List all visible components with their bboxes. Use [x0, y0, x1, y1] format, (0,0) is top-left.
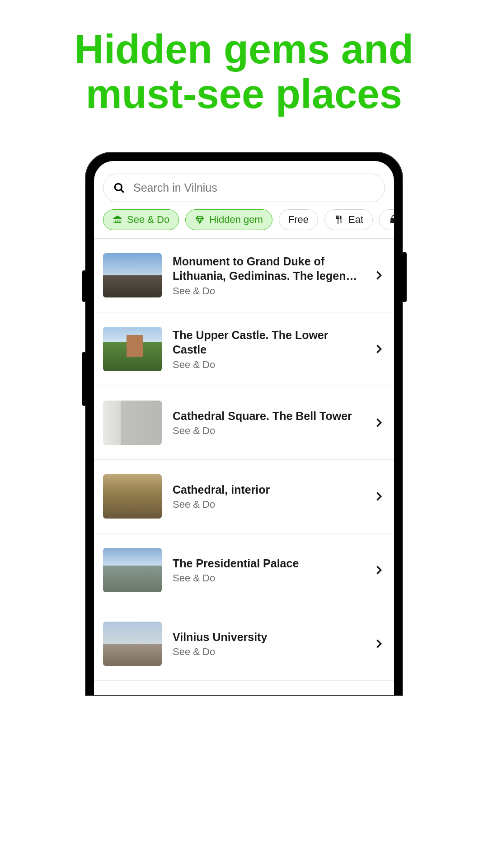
place-item[interactable]: Cathedral, interior See & Do	[94, 460, 394, 533]
phone-volume-button	[82, 270, 86, 302]
place-thumbnail	[103, 401, 162, 445]
search-placeholder: Search in Vilnius	[133, 181, 217, 194]
place-category: See & Do	[173, 499, 361, 510]
place-title: Vilnius University	[173, 630, 361, 645]
place-item[interactable]: Cathedral Square. The Bell Tower See & D…	[94, 386, 394, 460]
filter-chips: See & Do Hidden gem Free Eat	[94, 209, 394, 238]
chip-label: Free	[288, 214, 309, 226]
chip-label: Hidden gem	[209, 214, 263, 226]
place-thumbnail	[103, 622, 162, 666]
svg-point-0	[115, 184, 122, 190]
svg-line-1	[121, 189, 124, 193]
chevron-right-icon	[372, 269, 385, 282]
chevron-right-icon	[372, 343, 385, 355]
chevron-right-icon	[372, 416, 385, 429]
place-thumbnail	[103, 548, 162, 592]
place-category: See & Do	[173, 285, 361, 297]
chevron-right-icon	[372, 637, 385, 650]
place-thumbnail	[103, 327, 162, 371]
place-thumbnail	[103, 253, 162, 297]
place-title: The Presidential Palace	[173, 556, 361, 571]
place-category: See & Do	[173, 359, 361, 371]
gem-icon	[195, 215, 205, 225]
phone-frame: Search in Vilnius See & Do Hidden gem Fr…	[86, 153, 402, 695]
filter-chip-shop[interactable]: Sh	[379, 209, 394, 230]
place-item[interactable]: Monument to Grand Duke of Lithuania, Ged…	[94, 239, 394, 312]
chip-label: Eat	[348, 214, 363, 226]
place-title: Monument to Grand Duke of Lithuania, Ged…	[173, 254, 361, 283]
place-category: See & Do	[173, 646, 361, 658]
hero-title: Hidden gems and must-see places	[0, 0, 488, 153]
hero-line-1: Hidden gems and	[18, 27, 470, 72]
places-list: Monument to Grand Duke of Lithuania, Ged…	[94, 239, 394, 681]
phone-power-button	[402, 252, 407, 302]
status-bar	[94, 161, 394, 168]
filter-chip-see-do[interactable]: See & Do	[103, 209, 179, 230]
place-thumbnail	[103, 474, 162, 519]
place-title: Cathedral, interior	[173, 482, 361, 497]
place-text: Cathedral, interior See & Do	[173, 482, 361, 511]
place-text: Monument to Grand Duke of Lithuania, Ged…	[173, 254, 361, 297]
chevron-right-icon	[372, 564, 385, 576]
chevron-right-icon	[372, 490, 385, 503]
hero-line-2: must-see places	[18, 72, 470, 117]
place-text: Cathedral Square. The Bell Tower See & D…	[173, 409, 361, 437]
place-text: The Presidential Palace See & Do	[173, 556, 361, 585]
phone-volume-button	[82, 352, 86, 406]
place-item[interactable]: The Presidential Palace See & Do	[94, 533, 394, 607]
place-item[interactable]: Vilnius University See & Do	[94, 607, 394, 681]
bag-icon	[389, 215, 394, 225]
place-item[interactable]: The Upper Castle. The Lower Castle See &…	[94, 312, 394, 386]
utensils-icon	[334, 215, 344, 225]
place-category: See & Do	[173, 572, 361, 584]
place-text: The Upper Castle. The Lower Castle See &…	[173, 328, 361, 371]
filter-chip-eat[interactable]: Eat	[324, 209, 373, 230]
phone-screen: Search in Vilnius See & Do Hidden gem Fr…	[94, 161, 394, 695]
place-title: Cathedral Square. The Bell Tower	[173, 409, 361, 424]
place-text: Vilnius University See & Do	[173, 630, 361, 658]
search-icon	[113, 182, 125, 194]
search-input[interactable]: Search in Vilnius	[103, 174, 385, 202]
filter-chip-free[interactable]: Free	[279, 209, 318, 230]
chip-label: See & Do	[127, 214, 169, 226]
place-category: See & Do	[173, 425, 361, 437]
filter-chip-hidden-gem[interactable]: Hidden gem	[185, 209, 272, 230]
museum-icon	[113, 215, 122, 225]
place-title: The Upper Castle. The Lower Castle	[173, 328, 361, 357]
